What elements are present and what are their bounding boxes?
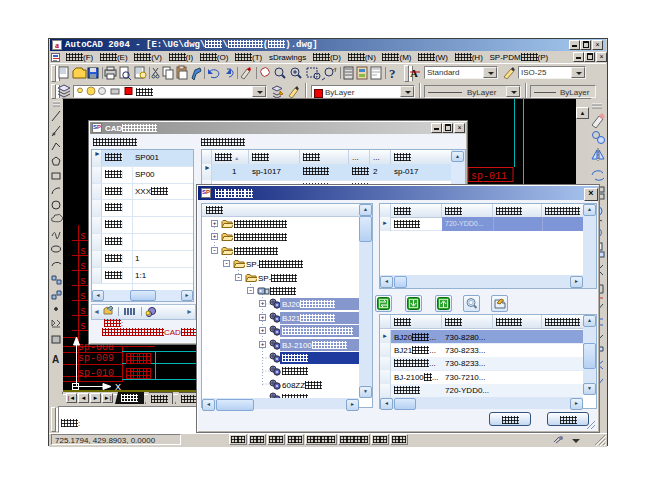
- svg-text:s: s: [80, 246, 86, 257]
- svg-text:s: s: [80, 231, 86, 242]
- svg-text:sp-010: sp-010: [78, 368, 114, 379]
- svg-text:s: s: [80, 276, 86, 287]
- svg-text:sp-009: sp-009: [78, 353, 114, 364]
- svg-text:A: A: [52, 354, 59, 365]
- svg-text:?: ?: [389, 66, 396, 81]
- svg-text:s: s: [80, 306, 86, 317]
- svg-text:A: A: [410, 67, 418, 79]
- svg-text:s: s: [80, 261, 86, 272]
- svg-text:s: s: [80, 291, 86, 302]
- svg-text:s: s: [80, 321, 86, 332]
- svg-text:sp-011: sp-011: [471, 171, 507, 182]
